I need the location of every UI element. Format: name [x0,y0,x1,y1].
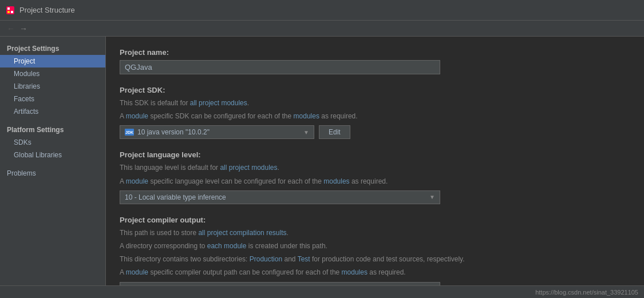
content-area: Project name: Project SDK: This SDK is d… [106,37,644,285]
compiler-highlight-1: all project compilation results [198,229,286,237]
svg-text:JDK: JDK [125,130,133,134]
language-level-dropdown[interactable]: 10 - Local variable type inference ▼ [120,190,440,204]
sidebar-divider-1 [0,118,105,122]
compiler-output-section: Project compiler output: This path is us… [120,216,630,285]
lang-description-1: This language level is default for all p… [120,162,630,173]
project-name-section: Project name: [120,48,630,74]
title-bar: Project Structure [0,0,644,21]
language-level-arrow: ▼ [429,194,435,200]
project-name-input[interactable] [120,60,440,74]
sdk-dropdown-arrow: ▼ [303,129,309,136]
sdk-highlight-1: all project modules [190,99,247,107]
svg-rect-1 [7,7,10,10]
sidebar-item-modules[interactable]: Modules [0,67,105,80]
sdk-highlight-3: modules [294,112,319,120]
sidebar-item-sdks[interactable]: SDKs [0,136,105,149]
compiler-highlight-5: module [126,268,148,276]
forward-button[interactable]: → [17,24,30,33]
sidebar-item-project[interactable]: Project [0,55,105,67]
compiler-description-1: This path is used to store all project c… [120,228,630,239]
lang-highlight-3: modules [323,177,349,185]
lang-highlight-1: all project modules [220,164,277,172]
status-bar: https://blog.csdn.net/sinat_33921105 [0,285,644,298]
sidebar-item-global-libraries[interactable]: Global Libraries [0,149,105,161]
compiler-description-2: A directory corresponding to each module… [120,241,630,252]
sdk-dropdown[interactable]: JDK 10 java version "10.0.2" ▼ [120,125,314,139]
project-name-label: Project name: [120,48,630,57]
main-content: Project Settings Project Modules Librari… [0,37,644,285]
compiler-highlight-6: modules [342,268,368,276]
app-icon [6,6,15,15]
lang-highlight-2: module [126,177,148,185]
status-url: https://blog.csdn.net/sinat_33921105 [535,289,638,296]
project-settings-label: Project Settings [0,41,105,55]
project-language-level-section: Project language level: This language le… [120,150,630,204]
sidebar-item-libraries[interactable]: Libraries [0,80,105,93]
sidebar-item-artifacts[interactable]: Artifacts [0,105,105,118]
back-button[interactable]: ← [5,24,17,33]
project-sdk-label: Project SDK: [120,86,630,94]
sdk-highlight-2: module [126,112,148,120]
sdk-description-2: A module specific SDK can be configured … [120,111,630,122]
compiler-description-4: A module specific compiler output path c… [120,267,630,278]
sdk-row: JDK 10 java version "10.0.2" ▼ Edit [120,125,630,139]
compiler-output-label: Project compiler output: [120,216,630,224]
project-language-level-label: Project language level: [120,150,630,159]
sidebar: Project Settings Project Modules Librari… [0,37,106,285]
platform-settings-label: Platform Settings [0,122,105,136]
lang-description-2: A module specific language level can be … [120,176,630,187]
sidebar-item-problems[interactable]: Problems [0,166,105,180]
sidebar-divider-2 [0,161,105,166]
compiler-highlight-3: Production [250,255,282,263]
language-level-value: 10 - Local variable type inference [125,193,226,201]
sidebar-item-facets[interactable]: Facets [0,93,105,105]
compiler-highlight-2: each module [207,242,247,250]
compiler-description-3: This directory contains two subdirectori… [120,254,630,265]
svg-rect-3 [7,11,10,13]
sdk-description-1: This SDK is default for all project modu… [120,98,630,109]
project-sdk-section: Project SDK: This SDK is default for all… [120,86,630,139]
sdk-edit-button[interactable]: Edit [319,125,350,139]
sdk-value: 10 java version "10.0.2" [137,128,210,136]
title-bar-text: Project Structure [19,6,75,14]
svg-rect-2 [11,11,13,13]
compiler-highlight-4: Test [298,255,310,263]
nav-bar: ← → [0,21,644,37]
java-sdk-icon: JDK [125,129,134,136]
